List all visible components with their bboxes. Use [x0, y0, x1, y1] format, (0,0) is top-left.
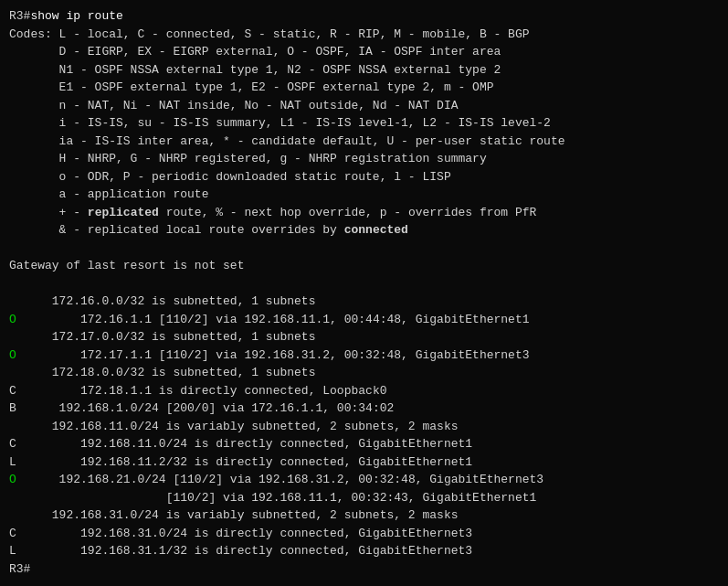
terminal: R3#show ip route Codes: L - local, C - c…	[9, 7, 719, 578]
codes-line-4: E1 - OSPF external type 1, E2 - OSPF ext…	[9, 79, 719, 97]
route-connected-172-18: C 172.18.1.1 is directly connected, Loop…	[9, 382, 719, 400]
codes-line-1: Codes: L - local, C - connected, S - sta…	[9, 26, 719, 44]
subnet-192-168-11: 192.168.11.0/24 is variably subnetted, 2…	[9, 418, 719, 436]
subnet-172-18: 172.18.0.0/32 is subnetted, 1 subnets	[9, 364, 719, 382]
prompt: R3#	[9, 9, 30, 23]
end-prompt-line: R3#	[9, 560, 719, 579]
command: show ip route	[30, 9, 122, 23]
codes-line-3: N1 - OSPF NSSA external type 1, N2 - OSP…	[9, 61, 719, 80]
blank-2	[9, 275, 719, 293]
route-ospf-192-168-21: O 192.168.21.0/24 [110/2] via 192.168.31…	[9, 471, 719, 489]
subnet-172-17: 172.17.0.0/32 is subnetted, 1 subnets	[9, 328, 719, 346]
end-prompt: R3#	[9, 562, 30, 576]
codes-line-2: D - EIGRP, EX - EIGRP external, O - OSPF…	[9, 43, 719, 61]
codes-line-11: + - replicated route, % - next hop overr…	[9, 204, 719, 222]
route-connected-192-168-11: C 192.168.11.0/24 is directly connected,…	[9, 435, 719, 453]
route-ospf-172-16: O 172.16.1.1 [110/2] via 192.168.11.1, 0…	[9, 311, 719, 329]
route-local-192-168-11: L 192.168.11.2/32 is directly connected,…	[9, 453, 719, 472]
gateway-line: Gateway of last resort is not set	[9, 257, 719, 275]
codes-line-9: o - ODR, P - periodic downloaded static …	[9, 168, 719, 186]
codes-line-5: n - NAT, Ni - NAT inside, No - NAT outsi…	[9, 97, 719, 115]
codes-line-7: ia - IS-IS inter area, * - candidate def…	[9, 133, 719, 151]
blank-1	[9, 240, 719, 258]
subnet-172-16: 172.16.0.0/32 is subnetted, 1 subnets	[9, 293, 719, 311]
route-ospf-192-168-21-cont: [110/2] via 192.168.11.1, 00:32:43, Giga…	[9, 489, 719, 507]
subnet-192-168-31: 192.168.31.0/24 is variably subnetted, 2…	[9, 506, 719, 525]
route-ospf-172-17: O 172.17.1.1 [110/2] via 192.168.31.2, 0…	[9, 346, 719, 365]
route-local-192-168-31: L 192.168.31.1/32 is directly connected,…	[9, 542, 719, 560]
route-bgp-192-168-1: B 192.168.1.0/24 [200/0] via 172.16.1.1,…	[9, 400, 719, 418]
route-connected-192-168-31: C 192.168.31.0/24 is directly connected,…	[9, 525, 719, 543]
codes-line-6: i - IS-IS, su - IS-IS summary, L1 - IS-I…	[9, 114, 719, 133]
codes-line-10: a - application route	[9, 186, 719, 204]
codes-line-12: & - replicated local route overrides by …	[9, 221, 719, 240]
codes-line-8: H - NHRP, G - NHRP registered, g - NHRP …	[9, 150, 719, 168]
prompt-line: R3#show ip route	[9, 7, 719, 26]
